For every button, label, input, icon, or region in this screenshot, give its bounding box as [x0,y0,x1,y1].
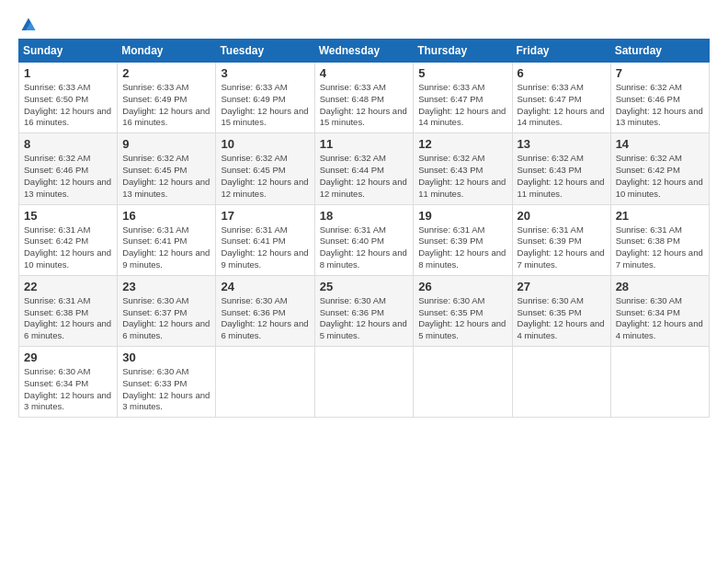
daylight-label: Daylight: 12 hours and 10 minutes. [616,177,703,199]
weekday-header: Wednesday [314,40,414,63]
day-info: Sunrise: 6:30 AM Sunset: 6:34 PM Dayligh… [616,295,704,342]
day-info: Sunrise: 6:30 AM Sunset: 6:34 PM Dayligh… [24,366,112,413]
calendar-week-row: 1 Sunrise: 6:33 AM Sunset: 6:50 PM Dayli… [19,63,710,133]
day-info: Sunrise: 6:32 AM Sunset: 6:46 PM Dayligh… [24,153,112,200]
day-number: 7 [616,66,704,80]
sunrise-label: Sunrise: 6:32 AM [616,82,682,92]
daylight-label: Daylight: 12 hours and 16 minutes. [122,106,210,128]
sunset-label: Sunset: 6:33 PM [122,378,187,388]
sunset-label: Sunset: 6:35 PM [418,307,483,317]
sunset-label: Sunset: 6:42 PM [24,236,88,246]
calendar-cell: 27 Sunrise: 6:30 AM Sunset: 6:35 PM Dayl… [512,275,610,346]
daylight-label: Daylight: 12 hours and 12 minutes. [221,177,308,199]
sunset-label: Sunset: 6:44 PM [320,165,384,175]
sunrise-label: Sunrise: 6:30 AM [221,295,287,305]
day-info: Sunrise: 6:30 AM Sunset: 6:36 PM Dayligh… [320,295,409,342]
day-info: Sunrise: 6:31 AM Sunset: 6:41 PM Dayligh… [122,224,210,271]
calendar-cell: 7 Sunrise: 6:32 AM Sunset: 6:46 PM Dayli… [610,63,709,133]
sunset-label: Sunset: 6:47 PM [518,94,582,104]
sunrise-label: Sunrise: 6:31 AM [24,224,90,235]
page: SundayMondayTuesdayWednesdayThursdayFrid… [0,0,728,563]
logo [18,17,37,29]
calendar-cell: 3 Sunrise: 6:33 AM Sunset: 6:49 PM Dayli… [216,63,314,133]
day-info: Sunrise: 6:33 AM Sunset: 6:50 PM Dayligh… [24,82,112,129]
daylight-label: Daylight: 12 hours and 3 minutes. [24,390,111,412]
day-number: 12 [418,137,506,151]
calendar-cell: 10 Sunrise: 6:32 AM Sunset: 6:45 PM Dayl… [216,133,314,204]
sunset-label: Sunset: 6:49 PM [221,94,285,104]
day-number: 18 [320,209,409,223]
sunset-label: Sunset: 6:41 PM [221,236,285,246]
day-info: Sunrise: 6:33 AM Sunset: 6:47 PM Dayligh… [418,82,506,129]
calendar-week-row: 8 Sunrise: 6:32 AM Sunset: 6:46 PM Dayli… [19,133,710,204]
sunset-label: Sunset: 6:38 PM [24,307,88,317]
sunrise-label: Sunrise: 6:32 AM [616,153,682,163]
day-info: Sunrise: 6:32 AM Sunset: 6:44 PM Dayligh… [320,153,409,200]
daylight-label: Daylight: 12 hours and 4 minutes. [616,318,703,340]
day-info: Sunrise: 6:31 AM Sunset: 6:39 PM Dayligh… [518,224,606,271]
sunrise-label: Sunrise: 6:33 AM [320,82,386,92]
day-number: 6 [518,66,606,80]
sunrise-label: Sunrise: 6:33 AM [24,82,90,92]
day-info: Sunrise: 6:31 AM Sunset: 6:40 PM Dayligh… [320,224,409,271]
calendar-cell: 18 Sunrise: 6:31 AM Sunset: 6:40 PM Dayl… [314,204,414,275]
calendar-cell [414,347,512,418]
daylight-label: Daylight: 12 hours and 5 minutes. [320,318,407,340]
weekday-header: Sunday [19,40,118,63]
sunrise-label: Sunrise: 6:33 AM [518,82,584,92]
day-info: Sunrise: 6:30 AM Sunset: 6:33 PM Dayligh… [122,366,210,413]
sunset-label: Sunset: 6:43 PM [418,165,483,175]
sunrise-label: Sunrise: 6:31 AM [616,224,682,235]
daylight-label: Daylight: 12 hours and 10 minutes. [24,247,111,270]
calendar-table: SundayMondayTuesdayWednesdayThursdayFrid… [18,39,710,418]
sunset-label: Sunset: 6:36 PM [320,307,384,317]
calendar-cell [610,347,709,418]
sunset-label: Sunset: 6:47 PM [418,94,483,104]
day-info: Sunrise: 6:33 AM Sunset: 6:47 PM Dayligh… [518,82,606,129]
sunrise-label: Sunrise: 6:33 AM [418,82,484,92]
day-number: 21 [616,209,704,223]
sunset-label: Sunset: 6:50 PM [24,94,88,104]
daylight-label: Daylight: 12 hours and 7 minutes. [616,247,703,270]
sunset-label: Sunset: 6:41 PM [122,236,187,246]
day-number: 15 [24,209,112,223]
sunset-label: Sunset: 6:40 PM [320,236,384,246]
day-number: 11 [320,137,409,151]
day-info: Sunrise: 6:30 AM Sunset: 6:37 PM Dayligh… [122,295,210,342]
sunrise-label: Sunrise: 6:31 AM [221,224,287,235]
daylight-label: Daylight: 12 hours and 6 minutes. [221,318,308,340]
header [18,17,710,29]
day-info: Sunrise: 6:32 AM Sunset: 6:43 PM Dayligh… [518,153,606,200]
day-number: 20 [518,209,606,223]
sunrise-label: Sunrise: 6:32 AM [418,153,484,163]
sunrise-label: Sunrise: 6:32 AM [122,153,188,163]
day-info: Sunrise: 6:31 AM Sunset: 6:38 PM Dayligh… [24,295,112,342]
calendar-cell: 15 Sunrise: 6:31 AM Sunset: 6:42 PM Dayl… [19,204,118,275]
sunset-label: Sunset: 6:42 PM [616,165,680,175]
day-info: Sunrise: 6:33 AM Sunset: 6:49 PM Dayligh… [221,82,309,129]
calendar-cell: 9 Sunrise: 6:32 AM Sunset: 6:45 PM Dayli… [118,133,216,204]
calendar-cell: 2 Sunrise: 6:33 AM Sunset: 6:49 PM Dayli… [118,63,216,133]
day-info: Sunrise: 6:30 AM Sunset: 6:35 PM Dayligh… [518,295,606,342]
sunset-label: Sunset: 6:49 PM [122,94,187,104]
calendar-cell: 8 Sunrise: 6:32 AM Sunset: 6:46 PM Dayli… [19,133,118,204]
calendar-cell [216,347,314,418]
calendar-cell: 6 Sunrise: 6:33 AM Sunset: 6:47 PM Dayli… [512,63,610,133]
day-info: Sunrise: 6:32 AM Sunset: 6:46 PM Dayligh… [616,82,704,129]
day-number: 8 [24,137,112,151]
logo-text [18,17,37,33]
day-number: 14 [616,137,704,151]
sunset-label: Sunset: 6:48 PM [320,94,384,104]
sunset-label: Sunset: 6:39 PM [418,236,483,246]
day-number: 1 [24,66,112,80]
day-info: Sunrise: 6:30 AM Sunset: 6:36 PM Dayligh… [221,295,309,342]
calendar-cell: 16 Sunrise: 6:31 AM Sunset: 6:41 PM Dayl… [118,204,216,275]
sunset-label: Sunset: 6:39 PM [518,236,582,246]
day-number: 3 [221,66,309,80]
calendar-cell: 11 Sunrise: 6:32 AM Sunset: 6:44 PM Dayl… [314,133,414,204]
weekday-header: Friday [512,40,610,63]
sunset-label: Sunset: 6:36 PM [221,307,285,317]
sunrise-label: Sunrise: 6:30 AM [122,366,188,376]
day-number: 26 [418,280,506,293]
sunrise-label: Sunrise: 6:33 AM [122,82,188,92]
